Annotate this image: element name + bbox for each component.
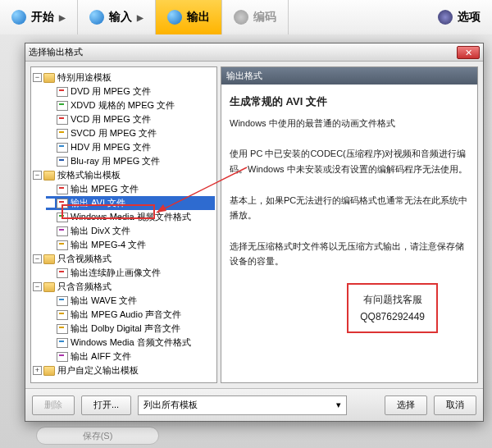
tree-item[interactable]: 输出 AVI 文件 (46, 196, 215, 210)
file-icon (57, 143, 68, 153)
tab-start[interactable]: 开始▶ (0, 0, 78, 34)
tree-folder[interactable]: +用户自定义输出模板 (33, 363, 215, 377)
select-button[interactable]: 选择 (385, 395, 427, 415)
tab-input[interactable]: 输入▶ (78, 0, 156, 34)
file-icon (57, 157, 68, 167)
file-icon (57, 199, 68, 208)
file-icon (57, 268, 68, 278)
file-icon (57, 240, 68, 250)
dialog-footer: 删除 打开... 列出所有模板 ▾ 选择 取消 (25, 388, 483, 421)
file-icon (57, 352, 68, 362)
tree-item[interactable]: 输出 MPEG-4 文件 (46, 238, 215, 252)
wrench-icon (438, 10, 453, 25)
tree-folder[interactable]: −只含视频格式 (33, 252, 215, 266)
dialog-titlebar: 选择输出格式 ✕ (25, 43, 483, 62)
delete-button: 删除 (32, 395, 75, 415)
file-icon (57, 115, 68, 125)
tree-item[interactable]: HDV 用 MPEG 文件 (46, 140, 215, 154)
tree-item[interactable]: 输出连续静止画像文件 (46, 266, 215, 280)
support-box: 有问题找客服 QQ876292449 (347, 283, 438, 333)
format-desc: 选择无压缩格式时文件将以无压缩方式输出，请注意保存储设备的容量。 (230, 239, 469, 269)
file-icon (57, 310, 68, 320)
panel-content: 生成常规的 AVI 文件 Windows 中使用的最普通的动画文件格式 使用 P… (221, 85, 477, 382)
tree-item[interactable]: XDVD 规格的 MPEG 文件 (46, 98, 215, 112)
format-desc: 基本上，如果PC无法进行的编码格式也通常无法在此系统中播放。 (230, 193, 469, 223)
cancel-button[interactable]: 取消 (434, 395, 476, 415)
open-button[interactable]: 打开... (81, 395, 131, 415)
file-icon (57, 87, 68, 97)
tree-folder[interactable]: −特别用途模板 (33, 71, 215, 85)
save-button-bg[interactable]: 保存(S) (36, 427, 159, 445)
folder-icon (43, 73, 55, 83)
format-desc: 使用 PC 中已安装的CODEC(压缩程序)对视频和音频进行编码。Windows… (230, 146, 469, 176)
file-icon (57, 129, 68, 139)
tab-options[interactable]: 选项 (426, 0, 492, 34)
play-icon (11, 10, 26, 25)
tree-item[interactable]: Windows Media 音频文件格式 (46, 336, 215, 350)
tree-item[interactable]: 输出 DivX 文件 (46, 224, 215, 238)
tree-item[interactable]: Windows Media 视频文件格式 (46, 210, 215, 224)
film-icon (234, 10, 248, 25)
file-icon (57, 213, 68, 222)
main-tabbar: 开始▶ 输入▶ 输出 编码 选项 (0, 0, 492, 34)
file-icon (57, 185, 68, 194)
format-title: 生成常规的 AVI 文件 (230, 93, 469, 111)
folder-icon (43, 282, 55, 292)
panel-header: 输出格式 (221, 67, 477, 85)
format-tree[interactable]: −特别用途模板DVD 用 MPEG 文件XDVD 规格的 MPEG 文件VCD … (30, 66, 217, 383)
tree-item[interactable]: SVCD 用 MPEG 文件 (46, 126, 215, 140)
description-panel: 输出格式 生成常规的 AVI 文件 Windows 中使用的最普通的动画文件格式… (221, 66, 478, 383)
tab-encode[interactable]: 编码 (222, 0, 289, 34)
tab-output[interactable]: 输出 (156, 0, 222, 34)
file-icon (57, 101, 68, 111)
file-icon (57, 338, 68, 348)
tree-item[interactable]: VCD 用 MPEG 文件 (46, 112, 215, 126)
tabbar-filler (289, 0, 426, 34)
tree-item[interactable]: 输出 AIFF 文件 (46, 350, 215, 363)
tree-item[interactable]: Blu-ray 用 MPEG 文件 (46, 154, 215, 168)
file-icon (57, 226, 68, 236)
tree-item[interactable]: 输出 WAVE 文件 (46, 294, 215, 308)
format-desc: Windows 中使用的最普通的动画文件格式 (230, 116, 469, 131)
folder-icon (43, 171, 55, 181)
reel-icon (89, 10, 104, 25)
tree-item[interactable]: 输出 Dolby Digital 声音文件 (46, 322, 215, 336)
tree-item[interactable]: DVD 用 MPEG 文件 (46, 85, 215, 98)
file-icon (57, 324, 68, 334)
output-format-dialog: 选择输出格式 ✕ −特别用途模板DVD 用 MPEG 文件XDVD 规格的 MP… (25, 43, 484, 422)
dialog-title: 选择输出格式 (29, 46, 83, 58)
reel-icon (167, 10, 182, 25)
tree-folder[interactable]: −按格式输出模板 (33, 168, 215, 182)
folder-icon (43, 366, 55, 376)
close-button[interactable]: ✕ (457, 46, 480, 59)
tree-folder[interactable]: −只含音频格式 (33, 280, 215, 294)
tree-item[interactable]: 输出 MPEG Audio 声音文件 (46, 308, 215, 322)
tree-item[interactable]: 输出 MPEG 文件 (46, 182, 215, 196)
chevron-down-icon: ▾ (336, 400, 341, 410)
template-filter-combo[interactable]: 列出所有模板 ▾ (138, 395, 347, 415)
folder-icon (43, 254, 55, 264)
file-icon (57, 296, 68, 306)
